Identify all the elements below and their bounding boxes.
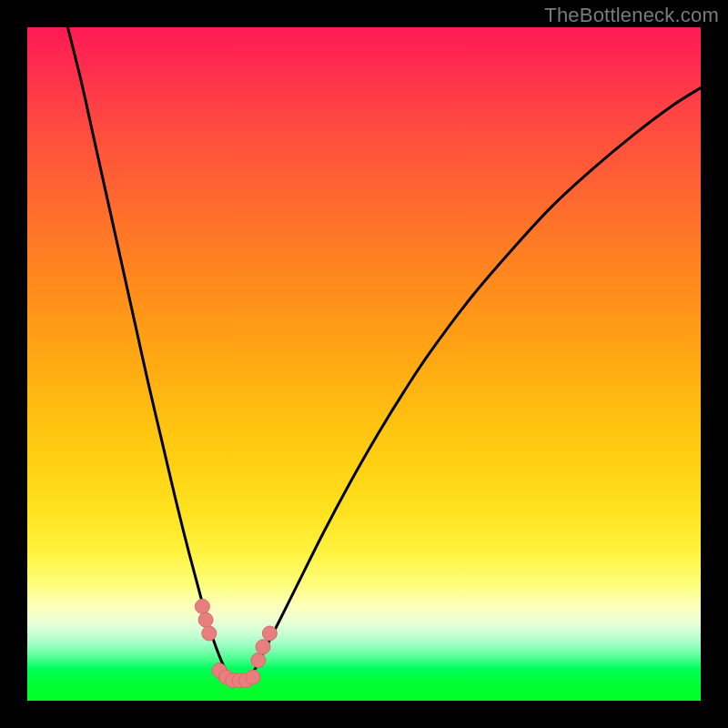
chart-frame: TheBottleneck.com xyxy=(0,0,728,728)
marker-point xyxy=(251,653,266,668)
curve-layer xyxy=(27,27,701,701)
plot-area xyxy=(27,27,701,701)
marker-point xyxy=(256,640,270,654)
marker-point xyxy=(202,626,217,641)
curve-markers xyxy=(195,599,277,687)
bottleneck-curve xyxy=(67,27,701,681)
marker-point xyxy=(195,599,209,613)
marker-point xyxy=(246,670,260,684)
marker-point xyxy=(198,612,213,627)
series-right-curve xyxy=(249,88,701,678)
series-left-curve xyxy=(67,27,229,677)
watermark-text: TheBottleneck.com xyxy=(544,4,719,27)
marker-point xyxy=(262,626,277,641)
